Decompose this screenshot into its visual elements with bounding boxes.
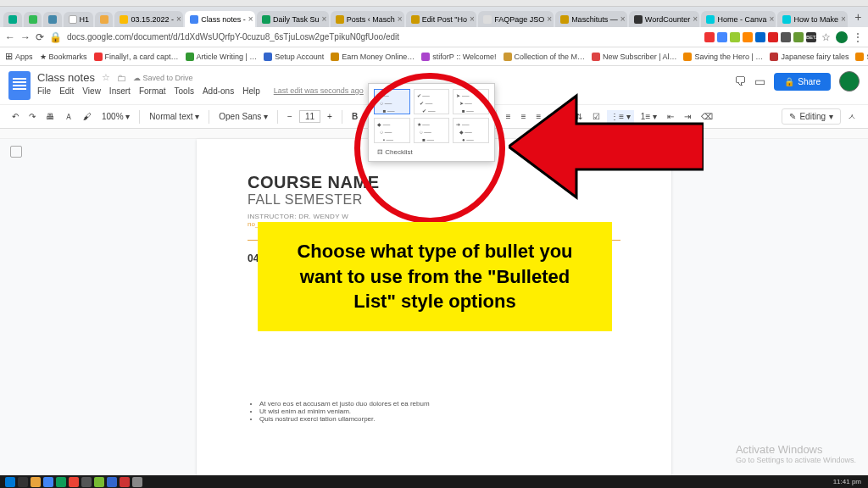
checklist-option[interactable]: ⊟ Checklist [374, 148, 489, 156]
task-icon[interactable] [94, 477, 104, 487]
move-icon[interactable]: 🗀 [117, 73, 126, 83]
bookmark[interactable]: Setup Account [264, 53, 324, 61]
ext-icon[interactable] [793, 32, 804, 42]
task-icon[interactable] [132, 477, 142, 487]
ext-icon[interactable] [730, 32, 740, 42]
ext-icon[interactable] [743, 32, 753, 42]
bullet-option-star[interactable]: ★ ── ○ ── ■ ── [414, 118, 450, 143]
tab[interactable]: Home - Canva× [701, 11, 776, 27]
tab[interactable]: FAQPage JSO× [478, 11, 554, 27]
menu-addons[interactable]: Add-ons [203, 86, 234, 96]
tab[interactable]: Posts ‹ Masch× [331, 11, 404, 27]
outline-icon[interactable] [10, 146, 22, 158]
undo-icon[interactable]: ↶ [8, 110, 22, 123]
menu-file[interactable]: File [37, 86, 51, 96]
tab[interactable] [43, 12, 62, 27]
task-icon[interactable] [107, 477, 117, 487]
tab[interactable] [95, 12, 114, 27]
share-button[interactable]: 🔒Share [774, 73, 831, 91]
collapse-icon[interactable]: ㅅ [844, 109, 860, 125]
back-icon[interactable]: ← [5, 31, 15, 43]
bookmark[interactable]: Article Writing | … [186, 53, 258, 61]
url-field[interactable]: docs.google.com/document/d/1dXdWsUQrfpY-… [67, 32, 699, 42]
task-icon[interactable] [18, 477, 28, 487]
clock[interactable]: 11:41 pm [833, 478, 868, 485]
menu-view[interactable]: View [82, 86, 101, 96]
zoom-select[interactable]: 100% ▾ [98, 110, 133, 123]
task-icon[interactable] [120, 477, 130, 487]
document-title[interactable]: Class notes [37, 71, 95, 84]
task-icon[interactable] [43, 477, 53, 487]
new-tab[interactable]: + [849, 7, 866, 27]
tab[interactable]: WordCounter× [629, 11, 700, 27]
present-icon[interactable]: ▭ [754, 75, 765, 88]
ext-icon[interactable]: BETA [806, 32, 816, 42]
address-bar: ← → ⟳ 🔒 docs.google.com/document/d/1dXdW… [0, 27, 868, 47]
task-icon[interactable] [31, 477, 41, 487]
bookmark[interactable]: Finally!, a card capt… [94, 53, 179, 61]
bullet-option-check[interactable]: ✔ ── ✔ ── ✔ ── [414, 89, 450, 114]
bookmark[interactable]: ★ Bookmarks [40, 53, 87, 61]
comments-icon[interactable]: 🗨 [734, 75, 746, 88]
style-select[interactable]: Normal text ▾ [146, 110, 203, 123]
last-edit[interactable]: Last edit was seconds ago [274, 86, 364, 96]
menu-help[interactable]: Help [242, 86, 260, 96]
task-icon[interactable] [56, 477, 66, 487]
ext-icon[interactable] [755, 32, 765, 42]
ext-icon[interactable] [768, 32, 778, 42]
menu-format[interactable]: Format [139, 86, 166, 96]
bookmark[interactable]: Japanese fairy tales [770, 53, 849, 61]
forward-icon[interactable]: → [20, 31, 31, 43]
tab[interactable]: H1 [64, 12, 93, 27]
tab[interactable] [3, 12, 22, 27]
star-icon[interactable]: ☆ [102, 72, 110, 83]
tab[interactable]: Daily Task Su× [257, 11, 329, 27]
tab[interactable] [24, 12, 42, 27]
tab-active[interactable]: Class notes -× [185, 11, 255, 27]
menu-icon[interactable]: ⋮ [853, 31, 863, 43]
ext-icon[interactable] [717, 32, 727, 42]
spellcheck-icon[interactable]: Ａ [61, 109, 76, 125]
print-icon[interactable]: 🖶 [42, 110, 58, 123]
paint-icon[interactable]: 🖌 [80, 110, 95, 123]
annotation-arrow-icon [509, 92, 704, 202]
task-icon[interactable] [81, 477, 92, 487]
bookmark[interactable]: New Subscriber | Al… [592, 53, 676, 61]
menu-insert[interactable]: Insert [109, 86, 131, 96]
docs-logo-icon[interactable] [8, 71, 31, 100]
size-minus[interactable]: − [284, 110, 296, 123]
bullet-option-arrow2[interactable]: ➔ ── ◆ ── ● ── [453, 118, 489, 143]
star-icon[interactable]: ☆ [821, 31, 831, 43]
bookmark[interactable]: Saving the Hero (a… [855, 53, 868, 61]
menu-tools[interactable]: Tools [175, 86, 194, 96]
bookmark[interactable]: Earn Money Online… [331, 53, 415, 61]
list-item: Ut wisi enim ad minim veniam. [259, 408, 620, 415]
ext-icon[interactable] [704, 32, 715, 42]
bookmark[interactable]: Collection of the M… [504, 53, 586, 61]
menu-edit[interactable]: Edit [59, 86, 74, 96]
redo-icon[interactable]: ↷ [25, 110, 39, 123]
task-icon[interactable] [69, 477, 79, 487]
bullet-option-disc[interactable]: ● ── ○ ── ■ ── [374, 89, 410, 114]
font-size[interactable]: 11 [299, 110, 320, 123]
browser-tabs: H1 03.15.2022 -× Class notes -× Daily Ta… [0, 7, 868, 27]
ext-icon[interactable] [781, 32, 791, 42]
tab[interactable]: Maschituts —× [555, 11, 627, 27]
bookmark[interactable]: stiforP :: Welcome! [421, 53, 496, 61]
font-select[interactable]: Open Sans ▾ [215, 110, 271, 123]
avatar[interactable] [839, 71, 860, 92]
profile-icon[interactable] [836, 31, 848, 43]
start-icon[interactable] [5, 477, 15, 487]
size-plus[interactable]: + [324, 110, 336, 123]
bullet-option-diamond[interactable]: ◆ ── ○ ── ▪ ── [374, 118, 410, 143]
reload-icon[interactable]: ⟳ [36, 31, 44, 43]
taskbar: 11:41 pm [0, 475, 868, 488]
bookmark[interactable]: ⊞Apps [5, 51, 33, 62]
bold-icon[interactable]: B [348, 110, 361, 123]
tab[interactable]: 03.15.2022 -× [114, 11, 183, 27]
bullet-option-arrow[interactable]: ➤ ── ➤ ── ■ ── [453, 89, 489, 114]
bookmark[interactable]: Saving the Hero | … [683, 53, 763, 61]
tab[interactable]: How to Make× [777, 11, 848, 27]
editing-mode[interactable]: ✎Editing ▾ [782, 108, 841, 125]
tab[interactable]: Edit Post "Ho× [406, 11, 476, 27]
